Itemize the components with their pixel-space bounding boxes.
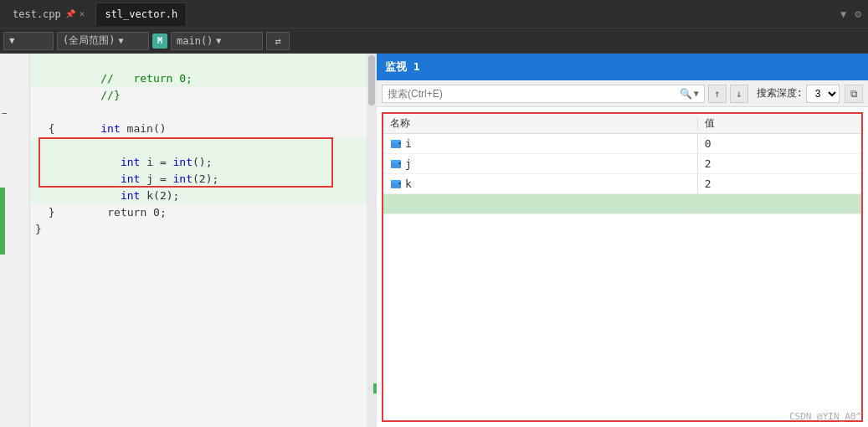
function-label: main(): [177, 35, 213, 47]
editor-scrollbar[interactable]: [367, 54, 377, 427]
var-j-label: j: [405, 157, 412, 170]
scope-dropdown-label: ▼: [9, 35, 15, 46]
code-line-6: int i = int();: [30, 137, 367, 154]
function-icon: M: [152, 33, 167, 49]
line-num-7: [0, 156, 29, 172]
variable-icon-k: [390, 178, 402, 190]
line-num-10: [0, 206, 29, 223]
new-watch-input[interactable]: [383, 194, 706, 214]
var-i-label: i: [405, 137, 412, 150]
watch-table-header: 名称 值: [383, 114, 861, 134]
down-arrow-btn[interactable]: ↓: [730, 85, 748, 103]
scope-arrow-icon: ▼: [118, 36, 123, 45]
search-arrow-icon[interactable]: ▼: [694, 89, 699, 98]
search-input[interactable]: [388, 88, 680, 100]
search-icon: 🔍: [680, 88, 692, 100]
watch-row-j-name: j: [383, 154, 698, 173]
var-k-label: k: [405, 177, 412, 190]
search-box[interactable]: 🔍 ▼: [382, 85, 705, 103]
tab-test-cpp-label: test.cpp: [13, 8, 61, 20]
tab-stl-vector-label: stl_vector.h: [105, 8, 177, 20]
code-line-1: // return 0;: [30, 54, 367, 70]
line-num-5: [0, 122, 29, 139]
code-area[interactable]: // return 0; //} int main() {: [30, 54, 367, 427]
watch-row-k-name: k: [383, 174, 698, 193]
tab-bar: test.cpp 📌 ✕ stl_vector.h ▼ ⚙: [0, 0, 868, 28]
line-num-6: [0, 139, 29, 156]
function-dropdown[interactable]: main() ▼: [171, 32, 263, 50]
watch-spacer: [383, 214, 861, 420]
up-arrow-btn[interactable]: ↑: [708, 85, 727, 103]
settings-gear-icon[interactable]: ⚙: [851, 8, 865, 20]
global-scope-dropdown[interactable]: (全局范围) ▼: [57, 32, 149, 50]
depth-label: 搜索深度:: [757, 86, 803, 100]
navigate-btn[interactable]: ⇄: [266, 32, 290, 50]
close-icon[interactable]: ✕: [80, 8, 85, 19]
watch-toolbar: 🔍 ▼ ↑ ↓ 搜索深度: 3 1 2 4 5 ⧉: [377, 80, 868, 107]
watch-row-i-name: i: [383, 134, 698, 153]
editor-scroll: // return 0; //} int main() {: [0, 54, 377, 427]
scope-dropdown[interactable]: ▼: [3, 32, 54, 50]
line-num-11: [0, 223, 29, 239]
tab-test-cpp[interactable]: test.cpp 📌 ✕: [3, 3, 94, 26]
tab-dropdown-arrow[interactable]: ▼: [835, 8, 851, 20]
global-scope-label: (全局范围): [63, 33, 115, 48]
kw-int-main: int: [100, 122, 120, 135]
function-arrow-icon: ▼: [216, 36, 221, 45]
line-num-8: [0, 172, 29, 189]
watch-row-k: k 2: [383, 174, 861, 194]
watch-row-k-value: 2: [698, 177, 861, 190]
scrollbar-thumb[interactable]: [368, 55, 375, 105]
watch-title: 监视 1: [385, 59, 420, 75]
watermark: CSDN @YIN_A0^: [789, 411, 861, 422]
tab-stl-vector[interactable]: stl_vector.h: [95, 3, 187, 26]
pin-icon: 📌: [65, 9, 75, 18]
watch-empty-row[interactable]: [383, 194, 861, 214]
line-num-3: [0, 87, 29, 104]
comment-2: //}: [100, 89, 120, 101]
line-num-9: [0, 189, 29, 206]
variable-icon-j: [390, 158, 402, 170]
watch-row-j: j 2: [383, 154, 861, 174]
variable-icon-i: [390, 138, 402, 150]
fn-main: main(): [121, 122, 167, 135]
watch-row-i: i 0: [383, 134, 861, 154]
depth-select[interactable]: 3 1 2 4 5: [806, 85, 840, 103]
toolbar: ▼ (全局范围) ▼ M main() ▼ ⇄: [0, 28, 868, 54]
watch-row-j-value: 2: [698, 157, 861, 170]
editor-pane: // return 0; //} int main() {: [0, 54, 377, 427]
watch-pane: 监视 1 🔍 ▼ ↑ ↓ 搜索深度: 3 1 2 4 5 ⧉ 名称 值: [377, 54, 868, 427]
line-num-1: [0, 54, 29, 70]
col-value-header: 值: [698, 116, 861, 131]
watch-table: 名称 值 i 0: [382, 112, 863, 422]
watch-header: 监视 1: [377, 54, 868, 80]
line-num-4: [0, 104, 29, 122]
red-box-lines: int i = int(); int j = int(2); int k(2);: [30, 137, 367, 188]
col-name-header: 名称: [383, 116, 698, 131]
line-num-2: [0, 70, 29, 87]
expand-btn[interactable]: ⧉: [845, 85, 863, 103]
watch-row-i-value: 0: [698, 137, 861, 150]
comment-1: // return 0;: [100, 72, 193, 85]
main-content: // return 0; //} int main() {: [0, 54, 868, 427]
